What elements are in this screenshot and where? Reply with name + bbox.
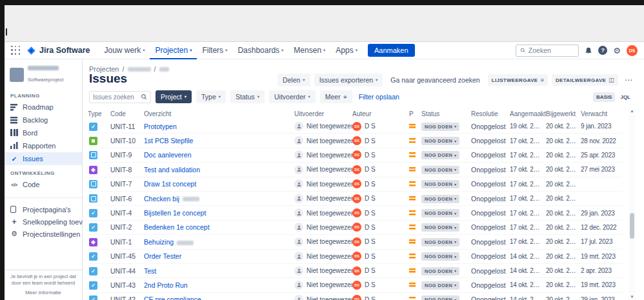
issue-summary-link[interactable]: Prototypen <box>144 123 177 130</box>
nav-apps[interactable]: Apps▾ <box>330 42 363 59</box>
status-dropdown[interactable]: NOG DOEN▾ <box>421 137 459 145</box>
nav-mensen[interactable]: Mensen▾ <box>288 42 330 59</box>
vertical-scrollbar[interactable]: ▲ ▼ <box>629 108 635 300</box>
col-resolutie[interactable]: Resolutie <box>471 110 510 117</box>
scroll-up-icon[interactable]: ▲ <box>629 109 635 113</box>
issue-summary-link[interactable]: Checken bij <box>144 195 179 203</box>
create-button[interactable]: Aanmaken <box>368 44 415 57</box>
nav-filters[interactable]: Filters▾ <box>197 42 232 59</box>
sidebar-item-bord[interactable]: Bord <box>5 126 82 139</box>
issue-summary-link[interactable]: Order Tester <box>144 252 181 260</box>
issue-row[interactable]: UNIT-1 Behuizing Niet toegewezen DS D S … <box>88 235 622 249</box>
col-aangemaakt[interactable]: Aangemaakt↓ <box>510 110 546 117</box>
issue-row[interactable]: UNIT-45 Order Tester Niet toegewezen DS … <box>88 250 622 264</box>
settings-gear-icon[interactable]: ⚙ <box>613 46 621 55</box>
scroll-down-icon[interactable]: ▼ <box>629 295 635 299</box>
issue-summary-link[interactable]: CE pre compliance <box>144 295 201 300</box>
status-dropdown[interactable]: NOG DOEN▾ <box>421 209 459 217</box>
issue-row[interactable]: UNIT-43 2nd Proto Run Niet toegewezen DS… <box>88 278 622 292</box>
status-dropdown[interactable]: NOG DOEN▾ <box>421 238 459 246</box>
user-avatar[interactable]: DS <box>627 45 638 56</box>
nav-jouw-werk[interactable]: Jouw werk▾ <box>99 42 150 59</box>
save-filter-link[interactable]: Filter opslaan <box>359 93 399 101</box>
breadcrumb-redacted-project[interactable] <box>128 67 151 72</box>
notifications-bell-icon[interactable] <box>585 46 592 55</box>
sidebar-item-code[interactable]: Code <box>5 178 82 191</box>
issue-row[interactable]: UNIT-42 CE pre compliance Niet toegeweze… <box>88 293 622 300</box>
issues-search-input[interactable] <box>93 94 138 101</box>
issue-row[interactable]: UNIT-8 Test and validation Niet toegewez… <box>88 163 622 177</box>
sidebar-item-snelkoppeling[interactable]: Snelkoppeling toevoeg... <box>5 215 82 228</box>
advanced-search-button[interactable]: Ga naar geavanceerd zoeken <box>387 74 483 86</box>
issue-row[interactable]: UNIT-2 Bedenken 1e concept Niet toegewez… <box>88 221 622 235</box>
issue-summary-link[interactable]: 1st PCB Stepfile <box>144 137 193 145</box>
status-dropdown[interactable]: NOG DOEN▾ <box>421 195 459 203</box>
col-verwacht[interactable]: Verwacht <box>581 110 622 117</box>
global-search-input[interactable] <box>528 46 574 54</box>
more-info-link[interactable]: Meer informatie <box>8 289 78 296</box>
scrollbar-thumb[interactable] <box>630 213 634 239</box>
sidebar-item-issues[interactable]: Issues <box>5 152 82 165</box>
sidebar-item-projectinstellingen[interactable]: Projectinstellingen <box>5 228 82 240</box>
issue-row[interactable]: UNIT-7 Draw 1st concept Niet toegewezen … <box>88 177 622 192</box>
breadcrumb-redacted-item[interactable] <box>159 67 169 72</box>
issue-row[interactable]: UNIT-10 1st PCB Stepfile Niet toegewezen… <box>88 134 622 148</box>
issue-row[interactable]: UNIT-11 Prototypen Niet toegewezen DS D … <box>88 119 622 134</box>
issue-summary-link[interactable]: Bedenken 1e concept <box>144 223 210 231</box>
filter-assignee-dropdown[interactable]: Uitvoerder▾ <box>269 90 316 103</box>
status-dropdown[interactable]: NOG DOEN▾ <box>421 123 459 131</box>
filter-type-dropdown[interactable]: Type▾ <box>196 90 226 103</box>
issue-row[interactable]: UNIT-6 Checken bij Niet toegewezen DS D … <box>88 192 622 206</box>
col-p[interactable]: P <box>409 110 421 117</box>
status-dropdown[interactable]: NOG DOEN▾ <box>421 166 459 174</box>
status-dropdown[interactable]: NOG DOEN▾ <box>421 281 459 290</box>
issue-row[interactable]: UNIT-9 Doc aanleveren Niet toegewezen DS… <box>88 148 622 163</box>
share-button[interactable]: Delen▾ <box>277 74 310 86</box>
filter-more-button[interactable]: Meer+ <box>320 90 352 103</box>
issue-summary-link[interactable]: Bijstellen 1e concept <box>144 209 206 217</box>
status-dropdown[interactable]: NOG DOEN▾ <box>421 252 459 261</box>
jira-logo-text[interactable]: Jira Software <box>39 46 90 55</box>
nav-projecten[interactable]: Projecten▾ <box>150 42 197 59</box>
issue-summary-link[interactable]: Test <box>144 267 156 275</box>
col-type[interactable]: Type <box>88 110 110 117</box>
export-issues-button[interactable]: Issues exporteren▾ <box>314 74 383 86</box>
sidebar-item-projectpaginas[interactable]: Projectpagina's <box>5 203 82 215</box>
issue-summary-link[interactable]: Doc aanleveren <box>144 151 192 159</box>
task-issue-type-icon <box>89 223 97 232</box>
list-view-toggle[interactable]: LIJSTWEERGAVE≡ <box>488 74 548 86</box>
status-dropdown[interactable]: NOG DOEN▾ <box>421 295 459 300</box>
status-dropdown[interactable]: NOG DOEN▾ <box>421 267 459 275</box>
sidebar-item-backlog[interactable]: Backlog <box>5 114 82 126</box>
detail-view-toggle[interactable]: DETAILWEERGAVE◫ <box>552 74 618 86</box>
issue-summary-link[interactable]: Behuizing <box>144 238 174 246</box>
filter-project-dropdown[interactable]: Project▾ <box>156 90 192 103</box>
jira-logo-icon[interactable] <box>26 46 36 55</box>
sidebar-item-rapporten[interactable]: Rapporten <box>5 139 82 152</box>
mode-basic[interactable]: BASIS <box>593 92 615 102</box>
issue-summary-link[interactable]: 2nd Proto Run <box>144 281 188 289</box>
issue-summary-link[interactable]: Draw 1st concept <box>144 180 196 188</box>
col-uitvoerder[interactable]: Uitvoerder <box>294 110 352 117</box>
more-actions-button[interactable]: ⋯ <box>622 74 635 86</box>
status-dropdown[interactable]: NOG DOEN▾ <box>421 180 459 188</box>
col-status[interactable]: Status <box>421 110 471 117</box>
mode-jql[interactable]: JQL <box>617 92 634 102</box>
col-code[interactable]: Code <box>110 110 144 117</box>
col-bijgewerkt[interactable]: Bijgewerkt <box>546 110 581 117</box>
issue-summary-link[interactable]: Test and validation <box>144 166 200 174</box>
help-icon[interactable]: ? <box>598 46 607 55</box>
status-dropdown[interactable]: NOG DOEN▾ <box>421 151 459 159</box>
sidebar-item-roadmap[interactable]: Roadmap <box>5 101 82 114</box>
app-switcher-icon[interactable] <box>11 46 21 55</box>
filter-status-dropdown[interactable]: Status▾ <box>230 90 265 103</box>
col-auteur[interactable]: Auteur <box>352 110 409 117</box>
nav-dashboards[interactable]: Dashboards▾ <box>232 42 288 59</box>
status-dropdown[interactable]: NOG DOEN▾ <box>421 223 459 232</box>
issues-search[interactable] <box>89 91 151 103</box>
global-search[interactable] <box>516 45 579 57</box>
project-header[interactable]: Softwareproject <box>5 59 82 84</box>
issue-row[interactable]: UNIT-44 Test Niet toegewezen DS D S NOG … <box>88 264 622 278</box>
issue-row[interactable]: UNIT-4 Bijstellen 1e concept Niet toegew… <box>88 206 622 220</box>
col-overzicht[interactable]: Overzicht <box>144 110 294 117</box>
